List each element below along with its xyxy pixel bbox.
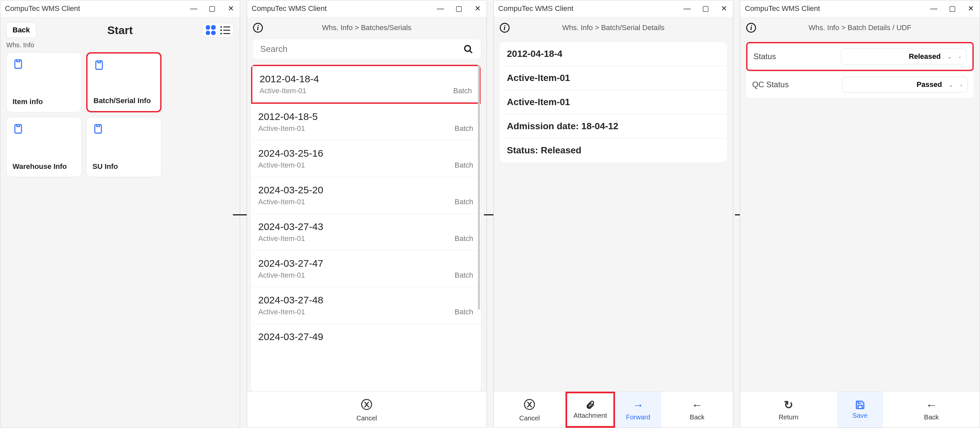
maximize-icon[interactable]: ▢ [701, 4, 710, 13]
footer: ⓧ Cancel [247, 391, 487, 428]
list-item-sub: Active-Item-01 [258, 234, 323, 243]
minimize-icon[interactable]: — [683, 4, 691, 13]
tile-item-info[interactable]: Item info [6, 52, 81, 112]
app-title: CompuTec WMS Client [498, 4, 573, 13]
field-label: QC Status [752, 80, 789, 89]
back-button[interactable]: Back [6, 22, 37, 38]
detail-row: Status: Released [500, 139, 727, 162]
titlebar: CompuTec WMS Client — ▢ ✕ [247, 0, 487, 17]
titlebar: CompuTec WMS Client — ▢ ✕ [740, 0, 980, 17]
clipboard-icon [13, 59, 24, 70]
clipboard-icon [13, 123, 24, 134]
list-item[interactable]: 2024-03-27-48 Active-Item-01 Batch [251, 287, 480, 324]
list-item[interactable]: 2024-03-27-49 [251, 324, 480, 350]
chevron-down-icon: ⌄ [959, 82, 963, 87]
list-item[interactable]: 2024-03-27-43 Active-Item-01 Batch [251, 214, 480, 251]
list-item-id: 2024-03-27-43 [258, 221, 323, 232]
clipboard-icon [92, 123, 104, 134]
status-dropdown[interactable]: Released ⌄ ⌄ [841, 49, 966, 64]
list-item[interactable]: 2012-04-18-5 Active-Item-01 Batch [251, 104, 480, 141]
tile-su-info[interactable]: SU Info [86, 117, 162, 177]
cancel-icon: ⓧ [361, 397, 372, 412]
list-item-id: 2024-03-25-16 [258, 148, 323, 159]
minimize-icon[interactable]: — [189, 4, 198, 13]
info-icon[interactable]: i [500, 23, 510, 33]
paperclip-icon [585, 400, 595, 410]
list-item-sub: Active-Item-01 [258, 198, 323, 206]
info-icon[interactable]: i [253, 23, 263, 33]
list-item-sub: Active-Item-01 [258, 308, 323, 316]
list-item-sub: Active-Item-01 [258, 124, 318, 133]
list-item-sub: Active-Item-01 [258, 161, 323, 169]
titlebar: CompuTec WMS Client — ▢ ✕ [0, 0, 240, 17]
list-item-tag: Batch [455, 271, 473, 279]
scrollbar[interactable] [478, 65, 480, 310]
detail-card: 2012-04-18-4 Active-Item-01 Active-Item-… [500, 42, 727, 162]
forward-button[interactable]: → Forward [615, 392, 661, 428]
close-icon[interactable]: ✕ [720, 4, 728, 13]
detail-row: 2012-04-18-4 [500, 42, 727, 66]
section-label: Whs. Info [0, 41, 240, 52]
list-item[interactable]: 2024-03-25-16 Active-Item-01 Batch [251, 141, 480, 177]
search-input[interactable] [260, 44, 463, 54]
maximize-icon[interactable]: ▢ [208, 4, 217, 13]
tile-label: Item info [13, 97, 75, 106]
footer-label: Forward [626, 414, 650, 421]
arrow-left-icon: ← [926, 399, 937, 412]
cancel-button[interactable]: ⓧ Cancel [247, 392, 487, 428]
chevron-down-icon: ⌄ [949, 81, 953, 88]
list-item-sub: Active-Item-01 [258, 271, 323, 279]
list-item-sub: Active-Item-01 [259, 86, 319, 95]
attachment-button[interactable]: Attachment [565, 392, 615, 428]
detail-row: Admission date: 18-04-12 [500, 114, 727, 139]
maximize-icon[interactable]: ▢ [948, 4, 956, 13]
field-card: QC Status Passed ⌄ ⌄ [746, 71, 974, 98]
qc-status-dropdown[interactable]: Passed ⌄ ⌄ [842, 77, 968, 93]
status-field: Status Released ⌄ ⌄ [746, 42, 974, 71]
cancel-button[interactable]: ⓧ Cancel [494, 392, 565, 428]
info-icon[interactable]: i [746, 23, 756, 33]
list-item-tag: Batch [455, 198, 473, 206]
maximize-icon[interactable]: ▢ [455, 4, 463, 13]
back-button[interactable]: ← Back [883, 392, 980, 428]
minimize-icon[interactable]: — [436, 4, 445, 13]
dropdown-value: Passed [916, 80, 942, 89]
breadcrumb: Whs. Info > Batches/Serials [322, 24, 412, 32]
close-icon[interactable]: ✕ [966, 4, 975, 13]
list-view-icon[interactable] [220, 25, 230, 35]
chevron-down-icon: ⌄ [958, 54, 961, 59]
list-item[interactable]: 2024-03-25-20 Active-Item-01 Batch [251, 177, 480, 214]
grid-view-icon[interactable] [206, 25, 216, 35]
svg-rect-3 [95, 125, 102, 133]
field-label: Status [753, 52, 776, 61]
breadcrumb: Whs. Info > Batch/Serial Details [562, 24, 665, 32]
footer: ⓧ Cancel Attachment → Forward ← Back [494, 391, 733, 428]
close-icon[interactable]: ✕ [473, 4, 482, 13]
save-button[interactable]: Save [837, 392, 883, 428]
tile-warehouse-info[interactable]: Warehouse Info [6, 117, 81, 177]
footer-label: Cancel [519, 414, 540, 422]
view-toggle[interactable] [202, 23, 234, 37]
arrow-right-icon: → [633, 399, 644, 412]
chevron-down-icon: ⌄ [947, 54, 951, 60]
tile-label: Batch/Serial Info [94, 96, 154, 105]
svg-rect-1 [96, 61, 102, 69]
return-button[interactable]: ↻ Return [740, 392, 837, 428]
list-item-id: 2024-03-25-20 [258, 184, 323, 196]
list-item[interactable]: 2024-03-27-47 Active-Item-01 Batch [251, 251, 480, 287]
app-title: CompuTec WMS Client [252, 4, 327, 13]
window-start: CompuTec WMS Client — ▢ ✕ Back Start Whs… [0, 0, 240, 428]
tile-batch-serial-info[interactable]: Batch/Serial Info [86, 52, 162, 112]
detail-row: Active-Item-01 [500, 90, 727, 114]
search-field[interactable] [253, 39, 480, 59]
list-item-id: 2024-03-27-47 [258, 258, 323, 269]
search-icon[interactable] [463, 44, 473, 54]
footer: ↻ Return Save ← Back [740, 391, 980, 428]
close-icon[interactable]: ✕ [227, 4, 235, 13]
list-item[interactable]: 2012-04-18-4 Active-Item-01 Batch [251, 65, 480, 104]
detail-row: Active-Item-01 [500, 66, 727, 90]
minimize-icon[interactable]: — [929, 4, 938, 13]
save-icon [855, 400, 865, 410]
back-button[interactable]: ← Back [661, 392, 733, 428]
list-item-id: 2012-04-18-5 [258, 111, 318, 122]
